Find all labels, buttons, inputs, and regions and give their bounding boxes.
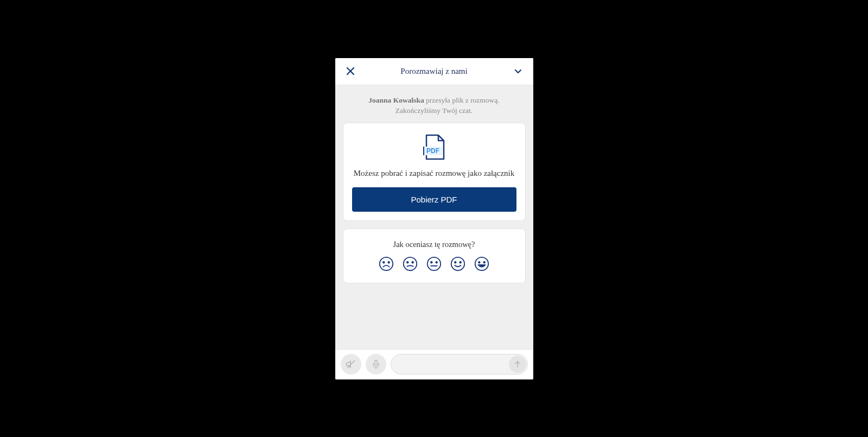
rating-neutral[interactable] — [426, 256, 442, 272]
chat-header: Porozmawiaj z nami — [335, 58, 533, 85]
download-card: PDF Możesz pobrać i zapisać rozmowę jako… — [343, 123, 526, 221]
close-icon[interactable] — [345, 66, 356, 77]
chat-body: Joanna Kowalska przesyła plik z rozmową.… — [335, 85, 533, 349]
svg-rect-24 — [374, 360, 377, 365]
svg-point-13 — [431, 262, 432, 263]
chevron-down-icon[interactable] — [513, 66, 524, 77]
download-message: Możesz pobrać i zapisać rozmowę jako zał… — [352, 168, 516, 179]
rating-options — [352, 256, 516, 274]
rating-question: Jak oceniasz tę rozmowę? — [352, 240, 516, 249]
svg-point-6 — [380, 257, 393, 270]
svg-point-11 — [412, 262, 413, 263]
mute-icon[interactable] — [341, 354, 361, 375]
svg-point-20 — [478, 262, 480, 263]
pdf-file-icon: PDF — [352, 134, 516, 160]
svg-point-8 — [388, 262, 390, 263]
download-pdf-button[interactable]: Pobierz PDF — [352, 187, 516, 212]
send-button[interactable] — [509, 356, 526, 373]
svg-point-18 — [459, 262, 461, 263]
message-input-wrap — [391, 354, 528, 375]
agent-name: Joanna Kowalska — [368, 96, 424, 104]
rating-very-good[interactable] — [474, 256, 490, 272]
chat-footer — [335, 349, 533, 379]
status-line2: Zakończyliśmy Twój czat. — [395, 106, 473, 115]
rating-card: Jak oceniasz tę rozmowę? — [343, 229, 526, 283]
rating-very-bad[interactable] — [378, 256, 394, 272]
chat-window: Porozmawiaj z nami Joanna Kowalska przes… — [335, 58, 533, 379]
svg-point-17 — [455, 262, 456, 263]
rating-bad[interactable] — [402, 256, 418, 272]
svg-point-9 — [404, 257, 417, 270]
chat-title: Porozmawiaj z nami — [356, 67, 513, 76]
svg-point-21 — [483, 262, 485, 263]
svg-point-19 — [475, 257, 488, 270]
svg-point-12 — [427, 257, 441, 270]
status-line1: przesyła plik z rozmową. — [424, 96, 500, 104]
status-message: Joanna Kowalska przesyła plik z rozmową.… — [343, 93, 526, 123]
svg-point-16 — [451, 257, 464, 270]
svg-text:PDF: PDF — [426, 147, 439, 155]
message-input[interactable] — [391, 354, 528, 375]
svg-point-7 — [383, 262, 385, 263]
svg-point-14 — [436, 262, 437, 263]
svg-point-10 — [407, 262, 409, 263]
rating-good[interactable] — [450, 256, 466, 272]
microphone-icon[interactable] — [366, 354, 386, 375]
